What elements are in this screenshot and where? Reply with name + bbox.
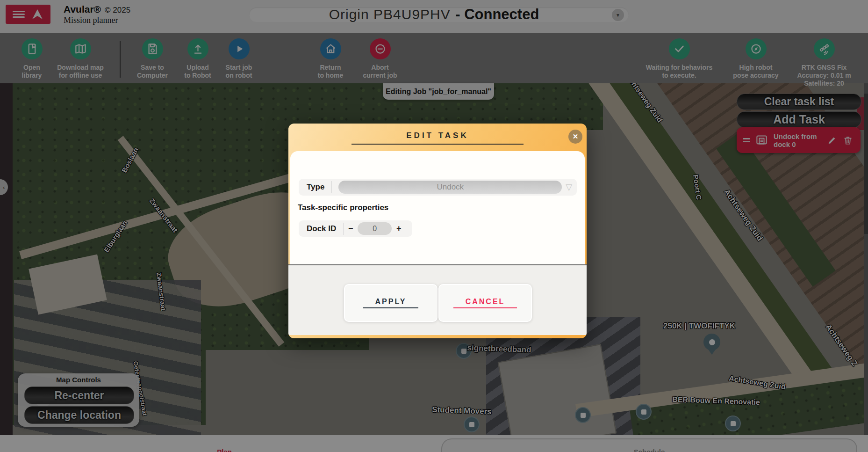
increment-button[interactable]: + <box>392 224 406 233</box>
dock-id-value[interactable]: 0 <box>358 222 392 235</box>
type-label: Type <box>299 182 331 192</box>
type-row: Type Undock ▽ <box>299 179 577 196</box>
modal-title: EDIT TASK <box>352 131 524 145</box>
dropdown-arrow-icon[interactable]: ▽ <box>566 182 572 192</box>
close-icon[interactable]: ✕ <box>568 130 582 144</box>
decrement-button[interactable]: − <box>344 224 358 233</box>
modal-header: EDIT TASK <box>288 131 587 145</box>
cancel-button[interactable]: CANCEL <box>438 284 532 322</box>
modal-divider <box>288 264 587 265</box>
modal-footer <box>288 265 587 335</box>
edit-task-modal: EDIT TASK ✕ Type Undock ▽ Task-specific … <box>288 124 587 338</box>
section-heading: Task-specific properties <box>298 203 388 212</box>
type-dropdown[interactable]: Undock <box>338 181 562 194</box>
cancel-label: CANCEL <box>453 298 517 308</box>
dock-id-label: Dock ID <box>299 224 343 233</box>
dock-id-row: Dock ID − 0 + <box>299 220 412 237</box>
apply-button[interactable]: APPLY <box>344 284 438 322</box>
apply-label: APPLY <box>363 298 419 308</box>
row-divider <box>331 181 332 193</box>
